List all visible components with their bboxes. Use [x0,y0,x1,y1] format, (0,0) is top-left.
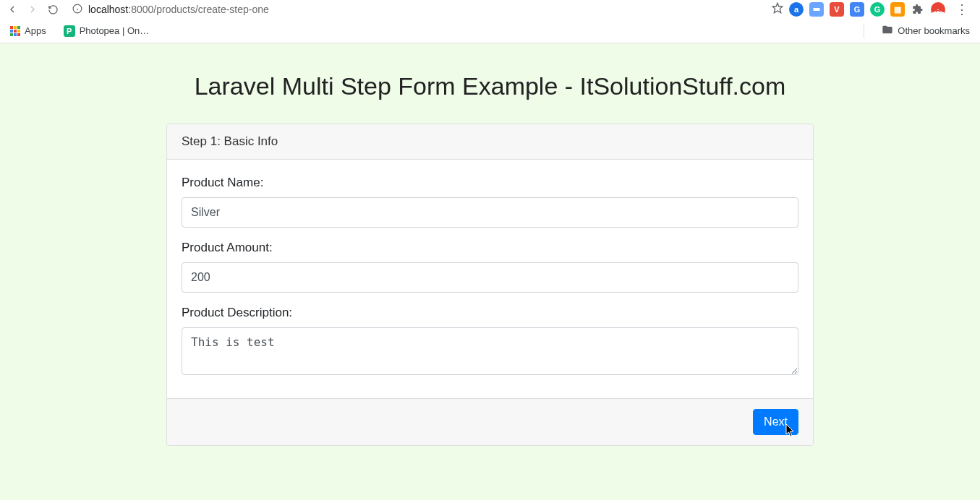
product-amount-label: Product Amount: [182,241,798,255]
folder-icon [882,24,893,38]
bookmark-other-label: Other bookmarks [898,25,970,36]
ext-va-icon[interactable]: V [830,2,844,17]
browser-toolbar: localhost:8000/products/create-step-one … [0,0,980,19]
ext-color-icon[interactable]: ▦ [890,2,905,17]
svg-marker-3 [772,3,782,12]
field-product-name: Product Name: [182,176,798,228]
url-path: :8000/products/create-step-one [128,4,269,15]
apps-icon [10,26,20,36]
bookmark-photopea-label: Photopea | On… [80,25,150,36]
product-description-label: Product Description: [182,306,798,320]
next-button[interactable]: Next [753,409,798,435]
ext-translate-icon[interactable]: G [850,2,864,17]
forward-icon[interactable] [25,1,41,17]
bookmark-photopea[interactable]: P Photopea | On… [59,22,154,40]
field-product-description: Product Description: [182,306,798,378]
bookmarks-divider [864,24,864,38]
address-bar[interactable]: localhost:8000/products/create-step-one [65,1,767,17]
bookmark-other[interactable]: Other bookmarks [877,21,974,40]
product-amount-input[interactable] [182,262,798,293]
site-info-icon[interactable] [72,4,82,16]
card-header: Step 1: Basic Info [167,124,813,160]
product-name-label: Product Name: [182,176,798,190]
ext-grammarly-icon[interactable]: G [870,2,885,17]
bookmarks-bar: Apps P Photopea | On… Other bookmarks [0,19,980,43]
page-title: Laravel Multi Step Form Example - ItSolu… [0,72,980,100]
field-product-amount: Product Amount: [182,241,798,293]
toolbar-actions: a V G G ▦ A ⋮ [772,1,976,17]
profile-avatar-icon[interactable]: A [931,2,945,17]
bookmark-star-icon[interactable] [772,2,783,17]
ext-amazon-icon[interactable]: a [789,2,804,17]
product-description-input[interactable] [182,327,798,375]
product-name-input[interactable] [182,197,798,228]
card-footer: Next [167,398,813,445]
bookmark-apps[interactable]: Apps [6,22,51,39]
bookmark-apps-label: Apps [25,25,46,36]
back-icon[interactable] [4,1,20,17]
svg-rect-4 [814,8,820,11]
url-host: localhost [88,4,128,15]
ext-ruler-icon[interactable] [809,2,824,17]
photopea-icon: P [64,25,75,37]
card-body: Product Name: Product Amount: Product De… [167,160,813,398]
url-text: localhost:8000/products/create-step-one [88,4,269,15]
reload-icon[interactable] [45,1,61,17]
extensions-menu-icon[interactable] [911,2,925,17]
chrome-menu-icon[interactable]: ⋮ [951,1,973,17]
form-card: Step 1: Basic Info Product Name: Product… [166,124,814,446]
page-body: Laravel Multi Step Form Example - ItSolu… [0,43,980,500]
